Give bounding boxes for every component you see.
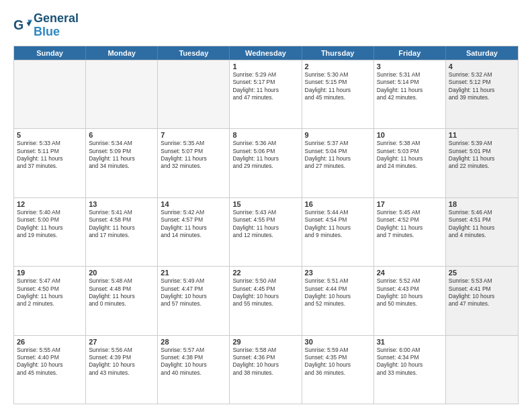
calendar-cell-11: 11Sunrise: 5:39 AM Sunset: 5:01 PM Dayli… — [446, 129, 518, 197]
calendar-cell-6: 6Sunrise: 5:34 AM Sunset: 5:09 PM Daylig… — [86, 129, 158, 197]
day-number: 31 — [377, 338, 443, 346]
header: G General Blue — [13, 12, 519, 39]
calendar-row-2: 5Sunrise: 5:33 AM Sunset: 5:11 PM Daylig… — [14, 128, 518, 197]
day-number: 22 — [232, 269, 298, 277]
weekday-header-wednesday: Wednesday — [230, 46, 302, 60]
day-number: 24 — [377, 269, 443, 277]
cell-info: Sunrise: 5:40 AM Sunset: 5:00 PM Dayligh… — [17, 209, 83, 240]
calendar: SundayMondayTuesdayWednesdayThursdayFrid… — [13, 46, 519, 404]
calendar-cell-13: 13Sunrise: 5:41 AM Sunset: 4:58 PM Dayli… — [86, 198, 158, 266]
calendar-cell-1: 1Sunrise: 5:29 AM Sunset: 5:17 PM Daylig… — [230, 60, 302, 128]
cell-info: Sunrise: 5:30 AM Sunset: 5:15 PM Dayligh… — [305, 71, 371, 102]
day-number: 26 — [17, 338, 83, 346]
logo-blue: Blue — [34, 25, 60, 38]
calendar-cell-25: 25Sunrise: 5:53 AM Sunset: 4:41 PM Dayli… — [446, 267, 518, 334]
cell-info: Sunrise: 5:33 AM Sunset: 5:11 PM Dayligh… — [17, 140, 83, 171]
calendar-cell-30: 30Sunrise: 5:59 AM Sunset: 4:35 PM Dayli… — [302, 336, 374, 404]
cell-info: Sunrise: 5:57 AM Sunset: 4:38 PM Dayligh… — [161, 347, 226, 377]
cell-info: Sunrise: 5:50 AM Sunset: 4:45 PM Dayligh… — [232, 277, 298, 308]
calendar-cell-3: 3Sunrise: 5:31 AM Sunset: 5:14 PM Daylig… — [374, 60, 446, 128]
day-number: 2 — [305, 62, 371, 71]
day-number: 20 — [89, 269, 154, 277]
cell-info: Sunrise: 5:31 AM Sunset: 5:14 PM Dayligh… — [377, 71, 443, 102]
page: G General Blue SundayMondayTuesdayWednes… — [0, 0, 532, 411]
weekday-header-tuesday: Tuesday — [158, 46, 230, 60]
cell-info: Sunrise: 5:56 AM Sunset: 4:39 PM Dayligh… — [89, 347, 154, 377]
calendar-cell-7: 7Sunrise: 5:35 AM Sunset: 5:07 PM Daylig… — [158, 129, 230, 197]
calendar-cell-20: 20Sunrise: 5:48 AM Sunset: 4:48 PM Dayli… — [86, 267, 158, 334]
calendar-cell-26: 26Sunrise: 5:55 AM Sunset: 4:40 PM Dayli… — [14, 336, 86, 404]
calendar-cell-29: 29Sunrise: 5:58 AM Sunset: 4:36 PM Dayli… — [230, 336, 302, 404]
weekday-header-friday: Friday — [374, 46, 446, 60]
weekday-header-sunday: Sunday — [14, 46, 86, 60]
calendar-row-4: 19Sunrise: 5:47 AM Sunset: 4:50 PM Dayli… — [14, 266, 518, 334]
day-number: 27 — [89, 338, 154, 346]
calendar-cell-10: 10Sunrise: 5:38 AM Sunset: 5:03 PM Dayli… — [374, 129, 446, 197]
calendar-cell-empty-0-1 — [86, 60, 158, 128]
cell-info: Sunrise: 5:41 AM Sunset: 4:58 PM Dayligh… — [89, 209, 154, 240]
day-number: 18 — [449, 200, 515, 208]
cell-info: Sunrise: 5:53 AM Sunset: 4:41 PM Dayligh… — [449, 277, 515, 308]
day-number: 25 — [449, 269, 515, 277]
day-number: 13 — [89, 200, 154, 208]
calendar-cell-empty-0-2 — [158, 60, 230, 128]
day-number: 15 — [232, 200, 298, 208]
calendar-cell-8: 8Sunrise: 5:36 AM Sunset: 5:06 PM Daylig… — [230, 129, 302, 197]
cell-info: Sunrise: 5:37 AM Sunset: 5:04 PM Dayligh… — [305, 140, 371, 171]
calendar-cell-12: 12Sunrise: 5:40 AM Sunset: 5:00 PM Dayli… — [14, 198, 86, 266]
calendar-cell-22: 22Sunrise: 5:50 AM Sunset: 4:45 PM Dayli… — [230, 267, 302, 334]
calendar-cell-21: 21Sunrise: 5:49 AM Sunset: 4:47 PM Dayli… — [158, 267, 230, 334]
calendar-cell-18: 18Sunrise: 5:46 AM Sunset: 4:51 PM Dayli… — [446, 198, 518, 266]
day-number: 14 — [161, 200, 226, 208]
logo: G General Blue — [13, 12, 79, 39]
cell-info: Sunrise: 5:36 AM Sunset: 5:06 PM Dayligh… — [232, 140, 298, 171]
day-number: 30 — [305, 338, 371, 346]
calendar-cell-16: 16Sunrise: 5:44 AM Sunset: 4:54 PM Dayli… — [302, 198, 374, 266]
calendar-body: 1Sunrise: 5:29 AM Sunset: 5:17 PM Daylig… — [14, 60, 518, 404]
day-number: 16 — [305, 200, 371, 208]
calendar-cell-empty-0-0 — [14, 60, 86, 128]
calendar-cell-27: 27Sunrise: 5:56 AM Sunset: 4:39 PM Dayli… — [86, 336, 158, 404]
cell-info: Sunrise: 5:51 AM Sunset: 4:44 PM Dayligh… — [305, 277, 371, 308]
calendar-cell-4: 4Sunrise: 5:32 AM Sunset: 5:12 PM Daylig… — [446, 60, 518, 128]
day-number: 7 — [161, 131, 226, 139]
weekday-header-thursday: Thursday — [302, 46, 374, 60]
cell-info: Sunrise: 5:34 AM Sunset: 5:09 PM Dayligh… — [89, 140, 154, 171]
logo-general: General — [34, 11, 79, 25]
cell-info: Sunrise: 5:44 AM Sunset: 4:54 PM Dayligh… — [305, 209, 371, 240]
day-number: 29 — [232, 338, 298, 346]
cell-info: Sunrise: 5:49 AM Sunset: 4:47 PM Dayligh… — [161, 277, 226, 308]
calendar-cell-19: 19Sunrise: 5:47 AM Sunset: 4:50 PM Dayli… — [14, 267, 86, 334]
cell-info: Sunrise: 5:43 AM Sunset: 4:55 PM Dayligh… — [232, 209, 298, 240]
day-number: 6 — [89, 131, 154, 139]
cell-info: Sunrise: 5:59 AM Sunset: 4:35 PM Dayligh… — [305, 347, 371, 377]
cell-info: Sunrise: 5:35 AM Sunset: 5:07 PM Dayligh… — [161, 140, 226, 171]
calendar-cell-15: 15Sunrise: 5:43 AM Sunset: 4:55 PM Dayli… — [230, 198, 302, 266]
cell-info: Sunrise: 5:42 AM Sunset: 4:57 PM Dayligh… — [161, 209, 226, 240]
day-number: 21 — [161, 269, 226, 277]
day-number: 11 — [449, 131, 515, 139]
cell-info: Sunrise: 6:00 AM Sunset: 4:34 PM Dayligh… — [377, 347, 443, 377]
calendar-row-3: 12Sunrise: 5:40 AM Sunset: 5:00 PM Dayli… — [14, 197, 518, 266]
day-number: 3 — [377, 62, 443, 71]
svg-text:G: G — [13, 17, 24, 32]
logo-icon: G — [13, 16, 32, 35]
day-number: 17 — [377, 200, 443, 208]
cell-info: Sunrise: 5:29 AM Sunset: 5:17 PM Dayligh… — [232, 71, 298, 102]
calendar-cell-9: 9Sunrise: 5:37 AM Sunset: 5:04 PM Daylig… — [302, 129, 374, 197]
day-number: 9 — [305, 131, 371, 139]
cell-info: Sunrise: 5:32 AM Sunset: 5:12 PM Dayligh… — [449, 71, 515, 102]
cell-info: Sunrise: 5:48 AM Sunset: 4:48 PM Dayligh… — [89, 277, 154, 308]
day-number: 12 — [17, 200, 83, 208]
calendar-cell-31: 31Sunrise: 6:00 AM Sunset: 4:34 PM Dayli… — [374, 336, 446, 404]
calendar-row-1: 1Sunrise: 5:29 AM Sunset: 5:17 PM Daylig… — [14, 60, 518, 128]
cell-info: Sunrise: 5:47 AM Sunset: 4:50 PM Dayligh… — [17, 277, 83, 308]
calendar-cell-14: 14Sunrise: 5:42 AM Sunset: 4:57 PM Dayli… — [158, 198, 230, 266]
calendar-cell-2: 2Sunrise: 5:30 AM Sunset: 5:15 PM Daylig… — [302, 60, 374, 128]
day-number: 1 — [232, 62, 298, 71]
day-number: 10 — [377, 131, 443, 139]
cell-info: Sunrise: 5:55 AM Sunset: 4:40 PM Dayligh… — [17, 347, 83, 377]
day-number: 5 — [17, 131, 83, 139]
day-number: 4 — [449, 62, 515, 71]
calendar-cell-28: 28Sunrise: 5:57 AM Sunset: 4:38 PM Dayli… — [158, 336, 230, 404]
